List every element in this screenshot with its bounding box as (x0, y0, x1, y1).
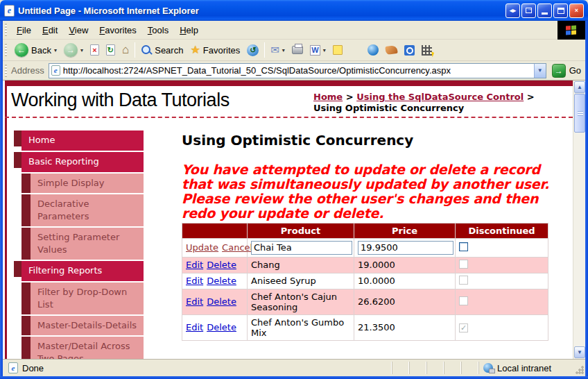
delete-link[interactable]: Delete (207, 276, 236, 286)
back-icon: ← (15, 43, 28, 57)
header-actions (182, 223, 248, 238)
product-cell: Chef Anton's Gumbo Mix (248, 314, 354, 340)
minimize-button[interactable] (537, 3, 552, 18)
menu-help[interactable]: Help (174, 23, 204, 37)
status-text: Done (22, 363, 392, 373)
cancel-link[interactable]: Cancel (222, 242, 252, 253)
word-dropdown-icon[interactable]: ▾ (323, 47, 326, 53)
edit-link[interactable]: Edit (186, 276, 203, 286)
forward-button[interactable]: → ▾ (60, 41, 87, 59)
menu-favorites[interactable]: Favorites (94, 23, 141, 37)
standard-toolbar: ← Back ▾ → ▾ × ↻ ⌂ Search ★ Favorites ↺ … (3, 40, 585, 61)
home-icon: ⌂ (122, 44, 129, 56)
sidebar-item-master-detail-two-pages[interactable]: Master/Detail Across Two Pages (21, 337, 144, 359)
close-button[interactable]: × (569, 3, 584, 18)
address-url[interactable]: http://localhost:2724/ASPNET_Data_Tutori… (63, 65, 533, 76)
sidebar-item-setting-parameter-values[interactable]: Setting Parameter Values (21, 228, 144, 260)
sidebar-item-home[interactable]: Home (21, 130, 144, 151)
discontinued-checkbox-readonly (459, 276, 468, 285)
price-cell: 10.0000 (354, 273, 456, 289)
menu-bar: File Edit View Favorites Tools Help (3, 21, 585, 40)
messenger-button[interactable] (364, 41, 382, 59)
edit-link[interactable]: Edit (186, 322, 203, 332)
security-zone-label: Local intranet (497, 363, 551, 373)
go-button[interactable]: → (552, 64, 566, 78)
back-button[interactable]: ← Back ▾ (11, 41, 60, 59)
sidebar-item-master-details-details[interactable]: Master-Details-Details (21, 316, 144, 335)
menu-file[interactable]: File (11, 23, 37, 37)
sidebar-item-filter-by-dropdown-list[interactable]: Filter by Drop-Down List (21, 283, 144, 314)
research-button[interactable] (401, 41, 418, 59)
delete-link[interactable]: Delete (207, 322, 236, 332)
resize-grip[interactable] (576, 366, 584, 374)
address-bar: Address e http://localhost:2724/ASPNET_D… (3, 61, 585, 81)
breadcrumb: Home > Using the SqlDataSource Control >… (313, 92, 553, 114)
tile-windows-button[interactable]: ◂▸ (505, 3, 520, 18)
back-dropdown-icon[interactable]: ▾ (54, 47, 57, 53)
edit-with-word-button[interactable]: W ▾ (306, 41, 329, 59)
price-cell: 21.3500 (354, 314, 456, 340)
breadcrumb-sqldatasource-link[interactable]: Using the SqlDataSource Control (356, 92, 524, 102)
title-bar[interactable]: e Untitled Page - Microsoft Internet Exp… (0, 0, 588, 21)
toolbar-separator (135, 42, 135, 58)
discontinued-checkbox-readonly (459, 260, 468, 269)
status-bar: e Done Local intranet (3, 359, 585, 376)
sidebar-item-filtering-reports[interactable]: Filtering Reports (21, 261, 144, 281)
fiddler-icon (385, 45, 398, 55)
address-input-box[interactable]: e http://localhost:2724/ASPNET_Data_Tuto… (49, 63, 546, 78)
breadcrumb-home-link[interactable]: Home (313, 92, 343, 102)
menu-view[interactable]: View (63, 23, 94, 37)
sidebar-item-simple-display[interactable]: Simple Display (21, 174, 144, 193)
price-input[interactable] (358, 241, 453, 255)
toolbar-grip-2[interactable] (5, 44, 7, 56)
ie-window-icon: e (4, 5, 15, 17)
toolbar-grip-3[interactable] (5, 65, 7, 77)
sidebar-item-declarative-parameters[interactable]: Declarative Parameters (21, 194, 144, 226)
price-cell: 19.0000 (354, 257, 456, 273)
address-dropdown-button[interactable]: ▼ (534, 64, 546, 78)
window-border-right (585, 21, 588, 379)
toolbar-separator-2 (264, 42, 265, 58)
favorites-button[interactable]: ★ Favorites (187, 41, 243, 59)
update-link[interactable]: Update (186, 242, 218, 253)
history-button[interactable]: ↺ (243, 41, 262, 59)
mail-dropdown-icon[interactable]: ▾ (282, 47, 285, 53)
maximize-button[interactable] (553, 3, 568, 18)
menu-tools[interactable]: Tools (142, 23, 174, 37)
go-label: Go (569, 65, 581, 76)
product-name-input[interactable] (251, 241, 352, 255)
notes-button[interactable] (329, 41, 346, 59)
row-actions: EditDelete (182, 273, 248, 289)
discontinued-checkbox[interactable] (459, 242, 468, 251)
vertical-scrollbar[interactable]: ▲ ▼ (573, 81, 585, 359)
table-row: EditDelete Chang 19.0000 (182, 257, 548, 273)
local-intranet-icon (483, 363, 493, 373)
addon-grid-button[interactable] (418, 41, 435, 59)
sidebar-item-basic-reporting[interactable]: Basic Reporting (21, 152, 144, 172)
edit-link[interactable]: Edit (186, 296, 203, 307)
delete-link[interactable]: Delete (207, 260, 236, 270)
search-button[interactable]: Search (137, 41, 187, 59)
menu-edit[interactable]: Edit (37, 23, 63, 37)
page-heading: Using Optimistic Concurrency (182, 132, 556, 149)
table-row: EditDelete Chef Anton's Cajun Seasoning … (182, 289, 548, 314)
status-pane (392, 362, 409, 374)
home-button[interactable]: ⌂ (119, 41, 132, 59)
print-button[interactable] (288, 41, 306, 59)
pop-out-button[interactable] (521, 3, 536, 18)
scrollbar-thumb[interactable] (574, 94, 585, 133)
window-controls: ◂▸ × (505, 3, 584, 18)
stop-button[interactable]: × (87, 41, 103, 59)
fiddler-button[interactable] (382, 41, 401, 59)
toolbar-grip[interactable] (5, 24, 7, 36)
scroll-down-button[interactable]: ▼ (574, 346, 585, 358)
scroll-up-button[interactable]: ▲ (574, 81, 585, 93)
edit-link[interactable]: Edit (186, 260, 203, 270)
windows-flag-icon (566, 25, 577, 35)
search-icon (141, 44, 152, 56)
mail-button[interactable]: ✉ ▾ (267, 41, 288, 59)
mail-icon: ✉ (270, 44, 279, 56)
refresh-button[interactable]: ↻ (103, 41, 119, 59)
delete-link[interactable]: Delete (207, 296, 236, 307)
page-left-rule (5, 81, 7, 359)
